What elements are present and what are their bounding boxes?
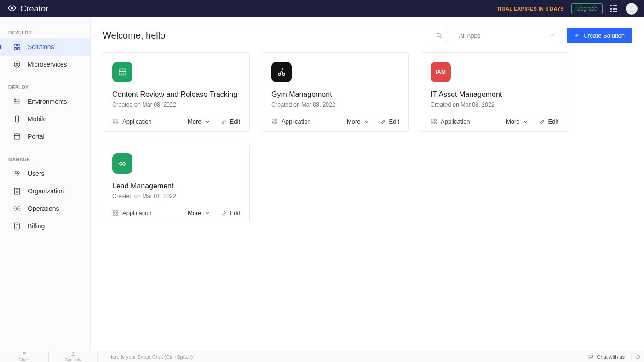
card-edit-button[interactable]: Edit: [380, 118, 399, 125]
header-right: TRIAL EXPIRES IN 6 DAYS Upgrade: [497, 3, 638, 15]
sidebar-item-label: Operations: [28, 205, 59, 212]
users-icon: [13, 170, 21, 178]
chevron-down-icon: [363, 119, 370, 125]
sidebar-item-label: Organization: [28, 187, 64, 195]
mobile-icon: [13, 115, 21, 123]
svg-rect-27: [272, 119, 274, 121]
sidebar-item-label: Mobile: [28, 115, 46, 123]
sidebar-item-operations[interactable]: Operations: [0, 200, 90, 217]
solution-card[interactable]: IAMIT Asset ManagementCreated on Mar 08,…: [421, 52, 568, 132]
svg-rect-38: [116, 214, 118, 215]
app-filter-select[interactable]: All Apps: [453, 28, 561, 43]
operations-icon: [13, 204, 21, 213]
main-content: Welcome, hello All Apps Create Solution …: [91, 17, 644, 351]
card-more-button[interactable]: More: [347, 118, 370, 125]
plus-icon: [574, 33, 580, 38]
sidebar: DEVELOPSolutionsMicroservicesDEPLOYEnvir…: [0, 17, 91, 351]
sidebar-item-mobile[interactable]: Mobile: [0, 110, 90, 128]
smart-chat-hint[interactable]: Here is your Smart Chat (Ctrl+Space): [98, 354, 581, 360]
svg-rect-9: [14, 134, 20, 139]
card-type: Application: [431, 118, 470, 125]
create-solution-label: Create Solution: [583, 32, 625, 39]
svg-rect-32: [434, 119, 436, 121]
card-subtitle: Created on Mar 08, 2022: [271, 102, 399, 108]
basket-button[interactable]: [631, 354, 644, 360]
svg-rect-2: [18, 44, 20, 46]
sidebar-section-title: MANAGE: [0, 153, 90, 165]
contacts-icon: [70, 351, 76, 357]
sidebar-item-label: Billing: [28, 222, 45, 230]
svg-rect-29: [272, 122, 274, 124]
card-more-button[interactable]: More: [506, 118, 529, 125]
sidebar-item-billing[interactable]: Billing: [0, 217, 90, 235]
svg-rect-37: [113, 214, 115, 215]
card-title: IT Asset Management: [431, 90, 558, 99]
card-edit-button[interactable]: Edit: [221, 209, 240, 216]
card-icon: IAM: [431, 62, 451, 82]
card-edit-button[interactable]: Edit: [539, 118, 558, 125]
bottombar-tab-chats[interactable]: Chats: [0, 351, 49, 362]
sidebar-item-label: Environments: [28, 98, 67, 105]
user-icon: [628, 5, 635, 12]
solution-card[interactable]: Content Review and Release TrackingCreat…: [103, 52, 250, 132]
edit-icon: [380, 119, 386, 125]
svg-point-13: [16, 208, 18, 210]
sidebar-item-environments[interactable]: Environments: [0, 93, 90, 110]
svg-point-15: [437, 33, 440, 37]
microservices-icon: [13, 60, 21, 68]
create-solution-button[interactable]: Create Solution: [567, 28, 632, 43]
main-topbar: Welcome, hello All Apps Create Solution: [103, 28, 632, 43]
svg-rect-23: [116, 122, 118, 124]
sidebar-item-label: Solutions: [28, 43, 54, 51]
organization-icon: [13, 187, 21, 195]
solution-card[interactable]: Lead ManagementCreated on Mar 01, 2022Ap…: [103, 144, 250, 223]
filter-selected-label: All Apps: [459, 32, 480, 39]
card-subtitle: Created on Mar 08, 2022: [431, 102, 558, 108]
card-edit-button[interactable]: Edit: [221, 118, 240, 125]
application-icon: [431, 119, 437, 125]
search-button[interactable]: [431, 28, 447, 43]
edit-icon: [539, 119, 546, 125]
svg-rect-17: [119, 69, 126, 75]
svg-rect-20: [113, 119, 115, 121]
search-icon: [436, 32, 443, 39]
svg-rect-22: [113, 122, 115, 124]
svg-rect-33: [431, 122, 433, 124]
card-title: Content Review and Release Tracking: [112, 90, 240, 99]
svg-point-6: [14, 62, 20, 67]
chat-with-us-button[interactable]: Chat with us: [581, 354, 631, 360]
body-area: DEVELOPSolutionsMicroservicesDEPLOYEnvir…: [0, 17, 644, 351]
app-header: Creator TRIAL EXPIRES IN 6 DAYS Upgrade: [0, 0, 644, 17]
sidebar-item-solutions[interactable]: Solutions: [0, 38, 90, 56]
svg-rect-36: [116, 210, 118, 212]
svg-point-39: [72, 352, 74, 354]
card-subtitle: Created on Mar 01, 2022: [112, 193, 240, 199]
upgrade-button[interactable]: Upgrade: [571, 3, 603, 14]
creator-logo-icon: [6, 4, 17, 14]
sidebar-item-microservices[interactable]: Microservices: [0, 56, 90, 73]
svg-point-11: [17, 172, 19, 174]
sidebar-item-label: Portal: [28, 133, 45, 140]
sidebar-item-users[interactable]: Users: [0, 165, 90, 182]
svg-point-5: [16, 63, 18, 66]
card-icon: [112, 62, 132, 82]
apps-launcher-icon[interactable]: [610, 5, 618, 13]
sidebar-item-portal[interactable]: Portal: [0, 128, 90, 145]
sidebar-section-title: DEPLOY: [0, 81, 90, 93]
card-more-button[interactable]: More: [188, 209, 211, 216]
user-avatar[interactable]: [626, 3, 638, 15]
card-icon: [112, 153, 132, 174]
chats-icon: [22, 351, 27, 357]
bottombar-tab-contacts[interactable]: Contacts: [49, 351, 98, 362]
card-footer: ApplicationMoreEdit: [271, 118, 399, 125]
sidebar-item-organization[interactable]: Organization: [0, 182, 90, 200]
card-more-button[interactable]: More: [188, 118, 211, 125]
card-title: Lead Management: [112, 182, 240, 190]
application-icon: [271, 119, 278, 125]
sidebar-item-label: Microservices: [28, 61, 67, 68]
basket-icon: [635, 354, 641, 360]
card-icon: [271, 62, 292, 82]
svg-point-10: [15, 171, 17, 174]
solution-card[interactable]: Gym ManagementCreated on Mar 08, 2022App…: [262, 52, 409, 132]
card-type: Application: [112, 209, 152, 216]
